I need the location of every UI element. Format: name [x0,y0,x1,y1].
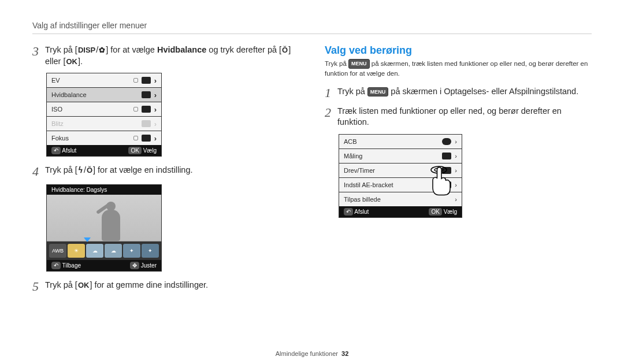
row-label: Drev/Timer [344,167,375,174]
adjust-icon: ✥ [132,262,137,269]
step-number: 3 [32,44,45,67]
value-icon [142,120,151,127]
chevron-right-icon: › [455,181,457,188]
adjust-pill: ✥ [130,262,139,269]
step-number: 4 [32,165,45,179]
chevron-right-icon: › [154,134,157,143]
row-label: Måling [344,153,362,159]
camera-menu-screenshot-2: ACB › Måling › Drev/Timer › Indstil AE-b… [339,134,462,218]
selection-marker-icon [84,237,91,242]
chevron-right-icon: › [455,153,457,159]
step-text: Tryk på [DISP/✿] for at vælge Hvidbalanc… [45,44,299,67]
text: Tryk på [337,87,367,96]
step-number: 5 [32,280,45,294]
step-number: 2 [325,106,337,128]
step-text: Træk listen med funktioner op eller ned,… [337,106,592,128]
menu-row-adjust-image: Tilpas billede › [339,192,462,206]
step-text: Tryk på MENU på skærmen i Optagelses- el… [337,86,578,100]
page-number: 32 [341,350,348,357]
text: ] for at vælge en indstilling. [93,165,192,174]
wb-header: Hvidbalance: Dagslys [47,185,161,195]
value-icon [142,77,151,84]
section-heading: Valg ved berøring [325,44,592,57]
value-icon [442,167,451,174]
menu-icon: MENU [348,59,370,69]
text: på skærmen i Optagelses- eller Afspilnin… [388,87,578,96]
row-label: EV [51,77,60,84]
wb-thumb: ☁ [105,244,122,258]
text: og tryk derefter på [ [206,45,281,54]
chevron-right-icon: › [154,76,157,85]
select-label: Vælg [143,147,157,154]
timer-icon: Ŏ [281,45,288,55]
footer-section: Almindelige funktioner [276,350,338,357]
ok-label: OK [431,209,439,215]
step-4: 4 Tryk på [ϟ/Ŏ] for at vælge en indstill… [32,165,299,179]
text: ]. [78,57,83,66]
text: ] for at vælge [106,45,157,54]
step-2: 2 Træk listen med funktioner op eller ne… [325,106,592,128]
menu-row-metering: Måling › [339,149,462,164]
value-icon [442,153,451,159]
select-label: Vælg [444,209,457,215]
left-column: 3 Tryk på [DISP/✿] for at vælge Hvidbala… [32,44,299,300]
wb-thumb: ☁ [86,244,103,258]
step-5: 5 Tryk på [OK] for at gemme dine indstil… [32,280,299,294]
wb-thumb: ☀ [68,244,85,258]
back-pill: ↶ [344,208,353,216]
wb-thumb-strip: AWB ☀ ☁ ☁ ✦ ✦ [47,242,161,260]
chevron-right-icon: › [154,120,157,128]
value-icon [442,181,451,188]
value-icon [142,91,151,98]
page-footer: Almindelige funktioner 32 [0,350,624,357]
lock-icon [133,136,138,140]
adjust-label: Juster [141,262,157,269]
menu-row-flash: Blitz › [47,117,161,131]
row-label: Indstil AE-bracket [344,181,393,188]
whitebalance-preview-screenshot: Hvidbalance: Dagslys AWB ☀ ☁ ☁ ✦ ✦ ↶ Ti [46,184,162,272]
step-1: 1 Tryk på MENU på skærmen i Optagelses- … [325,86,592,100]
text: Tryk på [325,60,348,67]
ok-icon: OK [77,280,90,291]
ok-label: OK [131,147,139,154]
wb-thumb: ✦ [123,244,140,258]
back-label: Afslut [62,147,76,154]
bold-term: Hvidbalance [157,45,206,54]
menu-row-drive-timer: Drev/Timer › [339,164,462,178]
back-pill: ↶ [51,147,61,154]
row-label: Blitz [51,120,64,127]
lock-icon [133,78,138,83]
chevron-right-icon: › [455,138,457,145]
row-label: ISO [51,106,62,113]
ok-pill: OK [128,147,141,154]
camera-menu-screenshot-1: EV › Hvidbalance › ISO › Blitz › Fokus [46,73,162,157]
wb-scene [47,195,161,242]
flash-icon: ϟ [77,165,84,176]
menu-icon: MENU [367,87,389,96]
person-silhouette [100,202,122,241]
text: Tryk på [ [45,280,77,289]
section-subtext: Tryk på MENU på skærmen, træk listen med… [325,59,592,78]
text: Tryk på [ [45,165,77,174]
step-3: 3 Tryk på [DISP/✿] for at vælge Hvidbala… [32,44,299,67]
back-pill: ↶ [51,262,61,269]
back-label: Afslut [354,209,369,215]
row-label: Tilpas billede [344,196,381,203]
menu-footer: ↶ Afslut OK Vælg [47,145,161,156]
step-text: Tryk på [ϟ/Ŏ] for at vælge en indstillin… [45,165,193,179]
wb-thumb: AWB [49,244,66,258]
menu-footer: ↶ Afslut OK Vælg [339,206,462,217]
menu-row-iso: ISO › [47,102,161,117]
step-text: Tryk på [OK] for at gemme dine indstilli… [45,280,208,294]
row-label: Fokus [51,135,69,142]
menu-row-ae-bracket: Indstil AE-bracket › [339,178,462,192]
chevron-right-icon: › [455,167,457,174]
right-column: Valg ved berøring Tryk på MENU på skærme… [325,44,592,300]
macro-icon: ✿ [98,45,106,55]
row-label: Hvidbalance [51,91,87,98]
step-number: 1 [325,86,337,100]
menu-row-whitebalance: Hvidbalance › [47,88,161,102]
disp-icon: DISP [77,45,96,55]
wb-footer: ↶ Tilbage ✥ Juster [47,260,161,271]
ok-pill: OK [429,208,441,216]
